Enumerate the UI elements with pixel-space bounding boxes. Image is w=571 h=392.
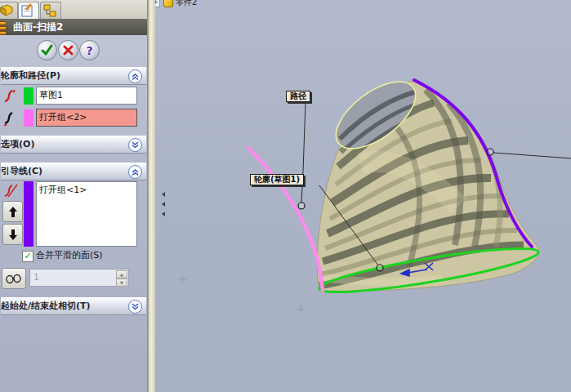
ok-button[interactable] xyxy=(37,40,57,60)
profile-callout[interactable]: 轮廓(草图1) xyxy=(250,174,304,185)
sweep-feature-icon xyxy=(0,21,7,33)
configuration-manager-tab[interactable] xyxy=(40,2,61,20)
guide-color-swatch xyxy=(24,181,33,247)
section-guide-curves[interactable]: 引导线(C) xyxy=(1,163,146,180)
property-manager-panel: 曲面-扫描2 ? 轮廓和路径(P) 草图1 xyxy=(0,0,148,392)
profile-handle[interactable] xyxy=(377,265,383,271)
collapse-chevron-icon[interactable] xyxy=(128,165,142,179)
move-up-button[interactable] xyxy=(2,201,23,222)
section-profile-path[interactable]: 轮廓和路径(P) xyxy=(1,67,146,85)
guide-leader xyxy=(493,153,571,158)
up-arrow-icon xyxy=(8,206,18,218)
glasses-icon xyxy=(5,273,23,284)
expand-chevron-icon[interactable] xyxy=(128,300,142,314)
path-callout[interactable]: 路径 xyxy=(286,91,310,102)
note-pencil-icon xyxy=(19,2,37,18)
splitter-handle-mark xyxy=(162,212,165,216)
down-arrow-icon xyxy=(8,229,18,241)
part-icon xyxy=(0,2,16,18)
guide-curve-icon xyxy=(2,181,20,199)
question-icon: ? xyxy=(86,44,92,57)
path-handle[interactable] xyxy=(298,203,305,209)
path-selection-field[interactable]: 打开组<2> xyxy=(36,109,137,127)
section-number-spinner[interactable]: 1 ▲▼ xyxy=(29,269,129,287)
path-color-swatch xyxy=(24,109,33,127)
tree-item-label: 零件2 xyxy=(176,0,197,8)
splitter-handle-mark xyxy=(162,192,165,197)
graphics-viewport[interactable]: + 零件2 路径 轮廓(草图1) xyxy=(155,0,571,392)
model-canvas xyxy=(155,0,571,392)
profile-selection-field[interactable]: 草图1 xyxy=(36,87,137,105)
path-callout-leader xyxy=(301,102,306,203)
guide-list-item[interactable]: 打开组<1> xyxy=(39,184,134,196)
help-button[interactable]: ? xyxy=(79,40,100,60)
merge-faces-label: 合并平滑的面(S) xyxy=(36,249,103,261)
guide-curve-list[interactable]: 打开组<1> xyxy=(36,181,137,247)
tree-item-part[interactable]: + 零件2 xyxy=(155,0,197,9)
panel-title: 曲面-扫描2 xyxy=(0,19,147,35)
section-options[interactable]: 选项(O) xyxy=(1,136,146,154)
tree-expand-icon[interactable]: + xyxy=(155,0,160,7)
check-icon xyxy=(41,44,53,56)
sweep-path-icon xyxy=(2,109,20,127)
cancel-button[interactable] xyxy=(58,40,78,60)
panel-tab-strip xyxy=(0,0,147,20)
section-start-end-tangency[interactable]: 起始处/结束处相切(T) xyxy=(1,297,146,315)
guide-handle[interactable] xyxy=(487,149,493,155)
solidworks-window: 曲面-扫描2 ? 轮廓和路径(P) 草图1 xyxy=(0,0,571,392)
config-tree-icon xyxy=(41,2,59,18)
profile-color-swatch xyxy=(24,87,33,105)
feature-tree-tab[interactable] xyxy=(0,2,18,20)
path-curve[interactable] xyxy=(248,148,323,291)
x-icon xyxy=(63,45,74,56)
spinner-arrows[interactable]: ▲▼ xyxy=(116,270,127,285)
collapse-chevron-icon[interactable] xyxy=(128,69,142,83)
move-down-button[interactable] xyxy=(2,224,23,245)
merge-faces-checkbox[interactable]: ✓ xyxy=(22,251,33,262)
sweep-profile-icon xyxy=(2,87,20,105)
part-icon xyxy=(163,0,173,7)
show-sections-button[interactable] xyxy=(2,268,26,289)
expand-chevron-icon[interactable] xyxy=(128,138,142,152)
splitter-handle-mark xyxy=(162,202,165,207)
property-manager-tab[interactable] xyxy=(18,2,39,20)
